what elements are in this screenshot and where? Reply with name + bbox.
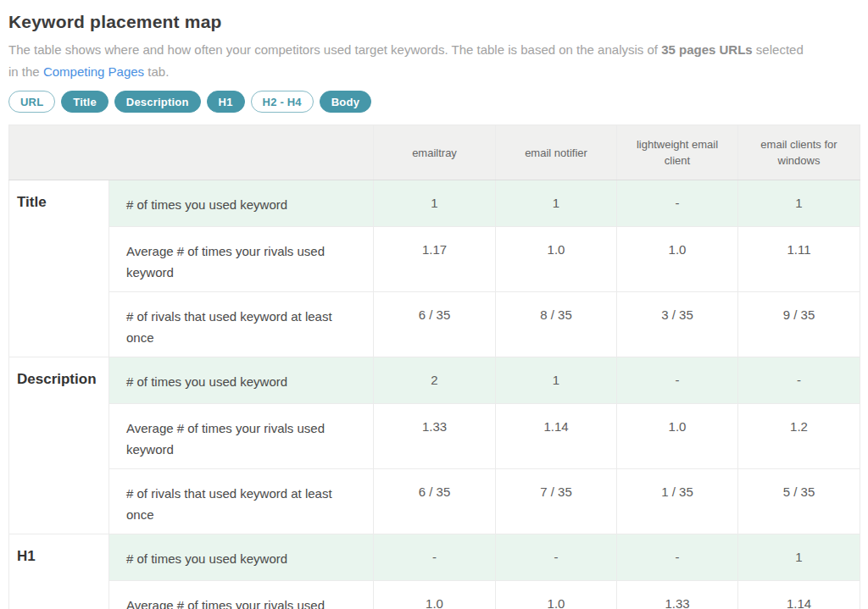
value-cell: 1 (374, 180, 496, 227)
value-cell: 1.0 (374, 581, 496, 609)
metric-label: # of times you used keyword (109, 357, 374, 404)
filter-pill-h2-h4[interactable]: H2 - H4 (251, 91, 314, 113)
value-cell: 1.14 (496, 404, 617, 469)
table-row: Average # of times your rivals used keyw… (9, 227, 860, 292)
intro-text-segment: selected (753, 42, 804, 57)
value-cell: 1 (496, 180, 617, 227)
intro-text-segment: in the (8, 64, 43, 79)
value-cell: 1 (738, 180, 860, 227)
value-cell: - (496, 534, 617, 581)
group-label-description: Description (9, 357, 109, 534)
value-cell: 1.0 (617, 227, 738, 292)
table-row: Average # of times your rivals used keyw… (9, 404, 860, 469)
value-cell: 1 (496, 357, 617, 404)
pages-count-bold: 35 pages URLs (661, 42, 753, 57)
value-cell: 1.11 (738, 227, 860, 292)
table-row: Average # of times your rivals used keyw… (9, 581, 860, 609)
column-header-lightweight-email-client: lightweight email client (617, 125, 738, 180)
value-cell: - (374, 534, 496, 581)
keyword-placement-map-panel: Keyword placement map The table shows wh… (0, 11, 868, 609)
value-cell: 1.33 (374, 404, 496, 469)
intro-line-2: in the Competing Pages tab. (8, 61, 860, 83)
filter-pill-body[interactable]: Body (320, 91, 371, 113)
value-cell: 7 / 35 (496, 469, 617, 534)
value-cell: - (617, 180, 738, 227)
table-row: # of rivals that used keyword at least o… (9, 469, 860, 534)
filter-pill-description[interactable]: Description (114, 91, 201, 113)
value-cell: 1.17 (374, 227, 496, 292)
table-row: H1 # of times you used keyword - - - 1 (9, 534, 860, 581)
metric-label: # of rivals that used keyword at least o… (109, 469, 374, 534)
value-cell: 1 (738, 534, 860, 581)
value-cell: - (738, 357, 860, 404)
value-cell: 3 / 35 (617, 292, 738, 357)
value-cell: 1.14 (738, 581, 860, 609)
keyword-placement-table: emailtray email notifier lightweight ema… (8, 125, 860, 609)
column-header-email-notifier: email notifier (496, 125, 617, 180)
value-cell: 2 (374, 357, 496, 404)
value-cell: 9 / 35 (738, 292, 860, 357)
metric-label: # of rivals that used keyword at least o… (109, 292, 374, 357)
metric-label: Average # of times your rivals used keyw… (109, 581, 374, 609)
filter-pill-title[interactable]: Title (61, 91, 108, 113)
group-label-title: Title (9, 180, 109, 357)
page-title: Keyword placement map (8, 11, 860, 33)
intro-text-segment: The table shows where and how often your… (8, 42, 661, 57)
table-corner-cell (9, 125, 374, 180)
value-cell: 1.0 (617, 404, 738, 469)
table-row: Description # of times you used keyword … (9, 357, 860, 404)
intro-line-1: The table shows where and how often your… (8, 39, 860, 61)
value-cell: 5 / 35 (738, 469, 860, 534)
value-cell: 1.33 (617, 581, 738, 609)
filter-pill-h1[interactable]: H1 (207, 91, 245, 113)
value-cell: - (617, 534, 738, 581)
value-cell: 1 / 35 (617, 469, 738, 534)
value-cell: - (617, 357, 738, 404)
intro-text-segment: tab. (144, 64, 169, 79)
table-header-row: emailtray email notifier lightweight ema… (9, 125, 860, 180)
value-cell: 6 / 35 (374, 469, 496, 534)
value-cell: 1.2 (738, 404, 860, 469)
metric-label: # of times you used keyword (109, 534, 374, 581)
column-header-emailtray: emailtray (374, 125, 496, 180)
metric-label: # of times you used keyword (109, 180, 374, 227)
table-row: Title # of times you used keyword 1 1 - … (9, 180, 860, 227)
table-row: # of rivals that used keyword at least o… (9, 292, 860, 357)
metric-label: Average # of times your rivals used keyw… (109, 227, 374, 292)
filter-pill-url[interactable]: URL (8, 91, 55, 113)
competing-pages-link[interactable]: Competing Pages (43, 64, 144, 79)
value-cell: 1.0 (496, 227, 617, 292)
placement-filter-pills: URL Title Description H1 H2 - H4 Body (8, 91, 860, 113)
value-cell: 6 / 35 (374, 292, 496, 357)
group-label-h1: H1 (9, 534, 109, 609)
intro-text: The table shows where and how often your… (8, 39, 860, 83)
metric-label: Average # of times your rivals used keyw… (109, 404, 374, 469)
value-cell: 1.0 (496, 581, 617, 609)
column-header-email-clients-for-windows: email clients for windows (738, 125, 860, 180)
value-cell: 8 / 35 (496, 292, 617, 357)
